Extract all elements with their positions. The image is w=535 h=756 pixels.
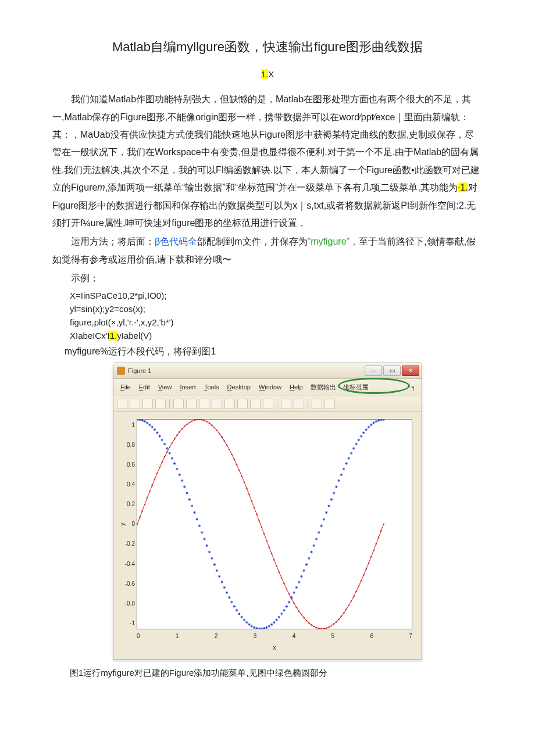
svg-point-74 <box>320 628 322 629</box>
svg-point-52 <box>266 540 268 542</box>
menu-edit[interactable]: Edit <box>135 381 154 394</box>
svg-point-73 <box>318 628 320 629</box>
svg-point-53 <box>269 546 270 548</box>
code-line: figure,plot(×,yl,'r.-',x,y2,'b*') <box>70 316 483 329</box>
svg-point-33 <box>219 433 220 435</box>
maximize-button[interactable]: ▭ <box>383 366 401 376</box>
svg-point-5 <box>149 490 151 492</box>
svg-point-38 <box>231 454 233 456</box>
print-icon[interactable] <box>155 399 166 409</box>
code-line: yl=sin(x);y2=cos(x); <box>70 302 483 316</box>
close-button[interactable]: ✕ <box>402 366 419 376</box>
svg-point-86 <box>351 600 352 602</box>
svg-point-93 <box>368 562 370 564</box>
svg-point-8 <box>156 472 158 474</box>
svg-point-76 <box>326 627 327 628</box>
svg-point-88 <box>355 590 357 592</box>
svg-point-19 <box>184 425 186 427</box>
new-icon[interactable] <box>117 399 127 409</box>
rotate-icon[interactable] <box>224 399 235 409</box>
grid-icon[interactable] <box>324 399 335 409</box>
svg-point-69 <box>308 622 310 624</box>
colorbar-icon[interactable] <box>281 399 291 409</box>
svg-point-10 <box>161 461 163 463</box>
minimize-button[interactable]: — <box>365 366 382 376</box>
svg-point-96 <box>376 543 377 545</box>
svg-point-24 <box>196 420 198 421</box>
svg-point-21 <box>189 422 191 424</box>
svg-point-78 <box>330 625 332 627</box>
svg-point-98 <box>380 530 382 532</box>
svg-point-11 <box>164 456 166 458</box>
menu-file[interactable]: File <box>117 381 134 394</box>
svg-point-31 <box>213 427 215 429</box>
svg-point-28 <box>206 421 208 422</box>
menu-view[interactable]: View <box>155 381 176 394</box>
svg-point-58 <box>281 577 283 579</box>
svg-point-1 <box>139 517 141 518</box>
open-icon[interactable] <box>130 399 140 409</box>
svg-point-43 <box>244 481 245 483</box>
axes: y 1 0.8 0.6 0.4 0.2 0 -0.2 -0.4 -0.6 -0.… <box>137 419 412 629</box>
menu-help[interactable]: Help <box>286 381 306 394</box>
svg-point-80 <box>336 621 337 623</box>
svg-point-37 <box>229 449 230 450</box>
svg-point-16 <box>176 435 178 436</box>
svg-point-91 <box>363 574 365 576</box>
chart-svg <box>137 420 412 629</box>
svg-point-35 <box>223 440 225 442</box>
svg-point-70 <box>311 624 312 626</box>
svg-point-67 <box>303 617 305 619</box>
svg-point-72 <box>316 627 318 629</box>
svg-point-7 <box>154 478 156 480</box>
svg-point-85 <box>348 604 349 606</box>
menu-overflow-icon[interactable]: ┑ <box>409 381 418 393</box>
svg-point-0 <box>137 524 138 525</box>
svg-point-84 <box>345 608 347 610</box>
svg-point-25 <box>199 420 201 420</box>
page-title: Matlab自编myllgure函数，快速输出figure图形曲线数据 <box>52 35 483 59</box>
svg-point-77 <box>328 626 330 628</box>
menu-data-export[interactable]: 数据输出 <box>308 381 339 394</box>
svg-point-61 <box>288 593 290 595</box>
svg-point-95 <box>373 550 374 551</box>
zoom-in-icon[interactable] <box>186 399 197 409</box>
svg-point-49 <box>258 520 260 522</box>
link-icon[interactable] <box>263 399 273 409</box>
zoom-out-icon[interactable] <box>199 399 209 409</box>
layout-icon[interactable] <box>312 399 322 409</box>
datacursor-icon[interactable] <box>237 399 248 409</box>
matlab-figure-window: Figure 1 — ▭ ✕ File Edit View Insert Too… <box>113 363 422 660</box>
svg-point-3 <box>144 504 146 506</box>
brush-icon[interactable] <box>250 399 261 409</box>
svg-point-15 <box>174 438 176 440</box>
svg-point-60 <box>286 588 287 590</box>
code-block: X=IinSPaCe10,2*pi,IO0); yl=sin(x);y2=cos… <box>70 289 483 343</box>
window-title: Figure 1 <box>128 365 151 377</box>
menu-tools[interactable]: Tools <box>201 381 223 394</box>
svg-point-50 <box>261 526 263 528</box>
menu-window[interactable]: Window <box>255 381 285 394</box>
pan-icon[interactable] <box>212 399 222 409</box>
svg-point-97 <box>378 536 380 538</box>
svg-point-44 <box>246 488 248 489</box>
legend-icon[interactable] <box>294 399 304 409</box>
paragraph-2: 运用方法；将后面：β色代码全部配制到m文件，并保存为"myfigure"，至于当… <box>52 233 483 268</box>
example-label: 示例； <box>52 270 483 287</box>
menu-insert[interactable]: Insert <box>176 381 199 394</box>
run-line: myfigure%运行本段代码，将得到图1 <box>65 343 483 360</box>
pointer-icon[interactable] <box>173 399 184 409</box>
svg-point-41 <box>238 470 240 471</box>
svg-point-51 <box>263 533 265 535</box>
svg-point-46 <box>251 500 253 502</box>
figure-caption: 图1运行myfigure对已建的Figure添加功能菜单,见图中绿色椭圆部分 <box>70 665 483 682</box>
window-titlebar: Figure 1 — ▭ ✕ <box>113 363 422 379</box>
svg-point-9 <box>159 467 160 468</box>
x-axis-label: x <box>137 642 412 654</box>
svg-point-75 <box>323 628 325 629</box>
save-icon[interactable] <box>142 399 153 409</box>
svg-point-55 <box>273 559 275 561</box>
svg-point-4 <box>147 497 148 499</box>
menu-axis-range[interactable]: 坐标范围 <box>340 381 372 394</box>
menu-desktop[interactable]: Desktop <box>224 381 254 394</box>
